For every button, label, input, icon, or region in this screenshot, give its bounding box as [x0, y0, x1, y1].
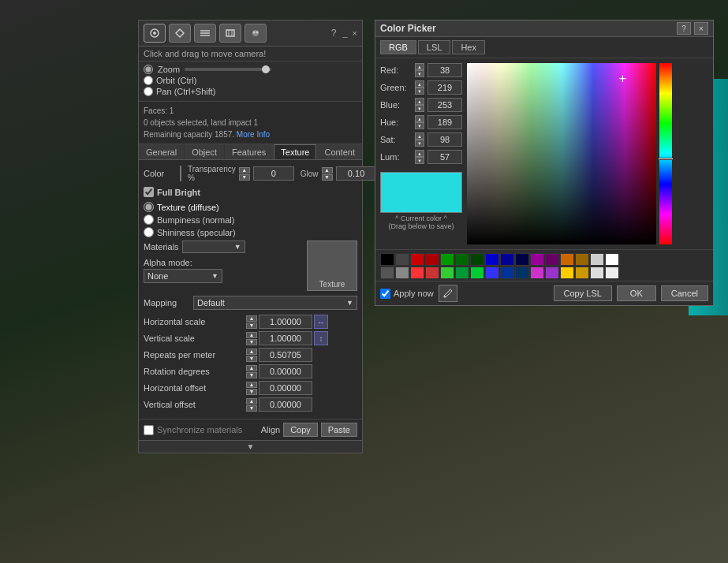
cp-red-up[interactable]: ▲: [415, 63, 424, 70]
hscale-down[interactable]: ▼: [246, 323, 257, 329]
transparency-spinner[interactable]: ▲ ▼: [239, 167, 250, 181]
swatch-black[interactable]: [380, 253, 394, 266]
texture-specular-radio[interactable]: [144, 227, 154, 237]
voffset-down[interactable]: ▼: [246, 405, 257, 412]
swatch2-lime[interactable]: [470, 267, 484, 279]
cp-tab-lsl[interactable]: LSL: [418, 40, 451, 54]
rotation-spinner[interactable]: ▲ ▼: [246, 365, 257, 378]
swatch-navy[interactable]: [515, 253, 529, 266]
close-btn[interactable]: ×: [353, 28, 357, 38]
cp-hue-down[interactable]: ▼: [415, 122, 424, 129]
texture-normal-radio[interactable]: [144, 214, 154, 225]
hscale-up[interactable]: ▲: [246, 315, 257, 322]
cp-red-input[interactable]: [427, 63, 462, 77]
swatch2-silver[interactable]: [590, 267, 604, 279]
camera-btn-3[interactable]: [194, 24, 216, 43]
glow-input[interactable]: [336, 166, 377, 181]
tab-general[interactable]: General: [139, 144, 184, 159]
swatch-green[interactable]: [455, 253, 469, 266]
swatch-dark-green[interactable]: [440, 253, 454, 266]
camera-btn-1[interactable]: [144, 24, 166, 43]
swatch2-magenta[interactable]: [530, 267, 544, 279]
copy-button[interactable]: Copy: [283, 423, 318, 437]
transparency-up[interactable]: ▲: [239, 167, 250, 173]
camera-btn-4[interactable]: [219, 24, 241, 43]
cp-lum-input[interactable]: [427, 150, 462, 164]
cp-green-up[interactable]: ▲: [415, 80, 424, 88]
vscale-down[interactable]: ▼: [246, 339, 257, 345]
cp-ok-btn[interactable]: OK: [617, 285, 656, 301]
cp-sat-down[interactable]: ▼: [415, 140, 424, 147]
swatch2-gray[interactable]: [395, 267, 409, 279]
swatch-orange[interactable]: [560, 253, 574, 266]
voffset-up[interactable]: ▲: [246, 398, 257, 405]
hscale-spinner[interactable]: ▲ ▼: [246, 315, 257, 329]
repeats-down[interactable]: ▼: [246, 356, 257, 362]
zoom-radio[interactable]: [144, 65, 153, 74]
cp-apply-checkbox[interactable]: [380, 289, 390, 299]
swatch2-darkblue[interactable]: [500, 267, 514, 279]
swatch2-yellow[interactable]: [560, 267, 574, 279]
swatch2-darkgray[interactable]: [380, 267, 394, 279]
swatch-blue[interactable]: [500, 253, 514, 266]
tab-features[interactable]: Features: [225, 144, 273, 159]
swatch2-nearwhite[interactable]: [605, 267, 619, 279]
cp-copy-lsl-btn[interactable]: Copy LSL: [554, 285, 612, 301]
swatch-dark-blue[interactable]: [485, 253, 499, 266]
transparency-down[interactable]: ▼: [239, 174, 250, 181]
paste-button[interactable]: Paste: [321, 423, 357, 437]
cp-red-down[interactable]: ▼: [415, 70, 424, 77]
color-swatch[interactable]: [180, 166, 181, 181]
hoffset-spinner[interactable]: ▲ ▼: [246, 382, 257, 395]
texture-diffuse-radio[interactable]: [144, 202, 154, 212]
swatch-dark-red[interactable]: [410, 253, 424, 266]
cp-sat-input[interactable]: [427, 132, 462, 147]
materials-dropdown[interactable]: ▼: [182, 240, 245, 253]
transparency-input[interactable]: 0: [253, 166, 294, 181]
cp-green-input[interactable]: [427, 80, 462, 95]
glow-spinner[interactable]: ▲ ▼: [322, 167, 333, 181]
fullbright-checkbox[interactable]: [144, 187, 154, 197]
cp-blue-down[interactable]: ▼: [415, 105, 424, 112]
cp-close-btn[interactable]: ×: [694, 22, 708, 35]
cp-blue-up[interactable]: ▲: [415, 98, 424, 105]
camera-btn-2[interactable]: [169, 24, 191, 43]
vscale-spinner[interactable]: ▲ ▼: [246, 332, 257, 345]
swatch-red[interactable]: [425, 253, 439, 266]
swatch-dark-gray[interactable]: [395, 253, 409, 266]
voffset-spinner[interactable]: ▲ ▼: [246, 398, 257, 412]
repeats-input[interactable]: [259, 348, 312, 362]
cp-hue-bar[interactable]: [659, 63, 672, 244]
cp-hue-spinner[interactable]: ▲ ▼: [415, 115, 424, 129]
cp-sat-up[interactable]: ▲: [415, 132, 424, 140]
cp-red-spinner[interactable]: ▲ ▼: [415, 63, 424, 77]
help-btn[interactable]: ?: [331, 28, 337, 39]
swatch2-green[interactable]: [440, 267, 454, 279]
repeats-spinner[interactable]: ▲ ▼: [246, 349, 257, 362]
swatch-purple[interactable]: [530, 253, 544, 266]
cp-main-gradient[interactable]: +: [467, 63, 656, 244]
cp-sat-spinner[interactable]: ▲ ▼: [415, 132, 424, 147]
swatch-light-gray[interactable]: [590, 253, 604, 266]
hoffset-up[interactable]: ▲: [246, 382, 257, 388]
cp-lum-spinner[interactable]: ▲ ▼: [415, 150, 424, 164]
cp-tab-rgb[interactable]: RGB: [380, 40, 416, 54]
swatch2-violet[interactable]: [545, 267, 559, 279]
rotation-up[interactable]: ▲: [246, 365, 257, 371]
horizontal-scale-input[interactable]: [259, 315, 312, 329]
cp-tab-hex[interactable]: Hex: [452, 40, 485, 54]
swatch2-red[interactable]: [425, 267, 439, 279]
cp-hue-up[interactable]: ▲: [415, 115, 424, 122]
tab-object[interactable]: Object: [185, 144, 224, 159]
cp-eyedropper-btn[interactable]: [439, 285, 457, 302]
vscale-up[interactable]: ▲: [246, 332, 257, 338]
tab-content[interactable]: Content: [317, 144, 362, 159]
hscale-lock[interactable]: ↔: [314, 315, 328, 329]
cp-lum-down[interactable]: ▼: [415, 157, 424, 164]
hoffset-down[interactable]: ▼: [246, 389, 257, 395]
sync-checkbox[interactable]: [144, 425, 154, 435]
swatch2-darkgreen[interactable]: [455, 267, 469, 279]
cp-blue-input[interactable]: [427, 98, 462, 112]
cp-help-btn[interactable]: ?: [677, 22, 691, 35]
cp-lum-up[interactable]: ▲: [415, 150, 424, 157]
